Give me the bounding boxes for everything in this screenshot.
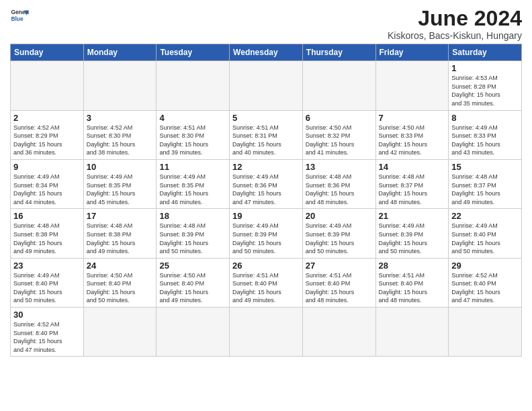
day-info: Sunrise: 4:52 AM Sunset: 8:30 PM Dayligh… bbox=[87, 124, 154, 157]
day-number: 28 bbox=[379, 261, 446, 271]
calendar-cell: 28Sunrise: 4:51 AM Sunset: 8:40 PM Dayli… bbox=[375, 258, 449, 307]
calendar-cell bbox=[83, 61, 157, 110]
day-info: Sunrise: 4:51 AM Sunset: 8:40 PM Dayligh… bbox=[379, 271, 446, 305]
calendar-cell: 29Sunrise: 4:52 AM Sunset: 8:40 PM Dayli… bbox=[449, 258, 522, 307]
calendar-cell: 18Sunrise: 4:48 AM Sunset: 8:39 PM Dayli… bbox=[157, 209, 230, 258]
calendar-cell bbox=[375, 61, 449, 110]
weekday-header-monday: Monday bbox=[83, 44, 157, 61]
calendar-table: SundayMondayTuesdayWednesdayThursdayFrid… bbox=[10, 44, 522, 357]
calendar-cell: 6Sunrise: 4:50 AM Sunset: 8:32 PM Daylig… bbox=[302, 110, 375, 159]
day-number: 22 bbox=[451, 211, 519, 221]
day-info: Sunrise: 4:52 AM Sunset: 8:29 PM Dayligh… bbox=[13, 124, 81, 157]
day-info: Sunrise: 4:50 AM Sunset: 8:33 PM Dayligh… bbox=[379, 124, 446, 157]
day-info: Sunrise: 4:49 AM Sunset: 8:34 PM Dayligh… bbox=[13, 173, 81, 206]
calendar-cell: 12Sunrise: 4:49 AM Sunset: 8:36 PM Dayli… bbox=[230, 159, 303, 208]
calendar-cell: 10Sunrise: 4:49 AM Sunset: 8:35 PM Dayli… bbox=[83, 159, 157, 208]
day-info: Sunrise: 4:49 AM Sunset: 8:39 PM Dayligh… bbox=[232, 222, 300, 255]
calendar-header: General Blue June 2024 Kiskoros, Bacs-Ki… bbox=[10, 7, 522, 41]
day-info: Sunrise: 4:49 AM Sunset: 8:33 PM Dayligh… bbox=[451, 124, 519, 157]
calendar-week-row: 23Sunrise: 4:49 AM Sunset: 8:40 PM Dayli… bbox=[11, 258, 522, 307]
calendar-cell: 13Sunrise: 4:48 AM Sunset: 8:36 PM Dayli… bbox=[302, 159, 375, 208]
title-block: June 2024 Kiskoros, Bacs-Kiskun, Hungary bbox=[388, 7, 522, 41]
day-number: 4 bbox=[159, 113, 226, 123]
calendar-title: June 2024 bbox=[388, 7, 522, 30]
day-number: 16 bbox=[13, 211, 81, 221]
day-number: 2 bbox=[13, 113, 81, 123]
day-info: Sunrise: 4:49 AM Sunset: 8:39 PM Dayligh… bbox=[379, 222, 446, 255]
calendar-subtitle: Kiskoros, Bacs-Kiskun, Hungary bbox=[388, 30, 522, 41]
calendar-cell: 1Sunrise: 4:53 AM Sunset: 8:28 PM Daylig… bbox=[449, 61, 522, 110]
calendar-cell: 26Sunrise: 4:51 AM Sunset: 8:40 PM Dayli… bbox=[230, 258, 303, 307]
day-number: 13 bbox=[306, 162, 373, 172]
weekday-header-saturday: Saturday bbox=[449, 44, 522, 61]
day-info: Sunrise: 4:48 AM Sunset: 8:39 PM Dayligh… bbox=[159, 222, 226, 255]
calendar-week-row: 1Sunrise: 4:53 AM Sunset: 8:28 PM Daylig… bbox=[11, 61, 522, 110]
calendar-cell: 2Sunrise: 4:52 AM Sunset: 8:29 PM Daylig… bbox=[11, 110, 84, 159]
day-info: Sunrise: 4:50 AM Sunset: 8:32 PM Dayligh… bbox=[306, 124, 373, 157]
day-info: Sunrise: 4:52 AM Sunset: 8:40 PM Dayligh… bbox=[451, 271, 519, 305]
day-number: 10 bbox=[87, 162, 154, 172]
day-info: Sunrise: 4:48 AM Sunset: 8:37 PM Dayligh… bbox=[451, 173, 519, 206]
calendar-cell: 16Sunrise: 4:48 AM Sunset: 8:38 PM Dayli… bbox=[11, 209, 84, 258]
calendar-cell: 19Sunrise: 4:49 AM Sunset: 8:39 PM Dayli… bbox=[230, 209, 303, 258]
day-info: Sunrise: 4:52 AM Sunset: 8:40 PM Dayligh… bbox=[13, 320, 81, 354]
weekday-header-friday: Friday bbox=[375, 44, 449, 61]
weekday-header-wednesday: Wednesday bbox=[230, 44, 303, 61]
day-number: 9 bbox=[13, 162, 81, 172]
day-info: Sunrise: 4:53 AM Sunset: 8:28 PM Dayligh… bbox=[451, 74, 519, 107]
day-info: Sunrise: 4:48 AM Sunset: 8:38 PM Dayligh… bbox=[87, 222, 154, 255]
day-number: 26 bbox=[232, 261, 300, 271]
day-number: 11 bbox=[159, 162, 226, 172]
weekday-header-sunday: Sunday bbox=[11, 44, 84, 61]
calendar-cell bbox=[449, 308, 522, 357]
day-number: 8 bbox=[451, 113, 519, 123]
day-number: 25 bbox=[159, 261, 226, 271]
day-number: 14 bbox=[379, 162, 446, 172]
calendar-cell bbox=[83, 308, 157, 357]
day-info: Sunrise: 4:49 AM Sunset: 8:40 PM Dayligh… bbox=[451, 222, 519, 255]
day-info: Sunrise: 4:51 AM Sunset: 8:31 PM Dayligh… bbox=[232, 124, 300, 157]
calendar-cell bbox=[302, 61, 375, 110]
generalblue-logo-icon: General Blue bbox=[10, 7, 29, 26]
day-number: 12 bbox=[232, 162, 300, 172]
calendar-cell: 25Sunrise: 4:50 AM Sunset: 8:40 PM Dayli… bbox=[157, 258, 230, 307]
calendar-cell: 8Sunrise: 4:49 AM Sunset: 8:33 PM Daylig… bbox=[449, 110, 522, 159]
calendar-week-row: 30Sunrise: 4:52 AM Sunset: 8:40 PM Dayli… bbox=[11, 308, 522, 357]
day-number: 6 bbox=[306, 113, 373, 123]
day-info: Sunrise: 4:48 AM Sunset: 8:37 PM Dayligh… bbox=[379, 173, 446, 206]
calendar-cell: 3Sunrise: 4:52 AM Sunset: 8:30 PM Daylig… bbox=[83, 110, 157, 159]
day-info: Sunrise: 4:49 AM Sunset: 8:40 PM Dayligh… bbox=[13, 271, 81, 305]
day-number: 19 bbox=[232, 211, 300, 221]
day-info: Sunrise: 4:51 AM Sunset: 8:40 PM Dayligh… bbox=[306, 271, 373, 305]
day-number: 27 bbox=[306, 261, 373, 271]
day-info: Sunrise: 4:49 AM Sunset: 8:35 PM Dayligh… bbox=[87, 173, 154, 206]
day-number: 3 bbox=[87, 113, 154, 123]
calendar-week-row: 16Sunrise: 4:48 AM Sunset: 8:38 PM Dayli… bbox=[11, 209, 522, 258]
calendar-cell: 22Sunrise: 4:49 AM Sunset: 8:40 PM Dayli… bbox=[449, 209, 522, 258]
day-number: 7 bbox=[379, 113, 446, 123]
calendar-cell: 24Sunrise: 4:50 AM Sunset: 8:40 PM Dayli… bbox=[83, 258, 157, 307]
day-number: 1 bbox=[451, 63, 519, 73]
weekday-header-tuesday: Tuesday bbox=[157, 44, 230, 61]
calendar-cell: 21Sunrise: 4:49 AM Sunset: 8:39 PM Dayli… bbox=[375, 209, 449, 258]
day-info: Sunrise: 4:48 AM Sunset: 8:38 PM Dayligh… bbox=[13, 222, 81, 255]
calendar-cell bbox=[157, 308, 230, 357]
calendar-cell bbox=[230, 61, 303, 110]
calendar-cell: 5Sunrise: 4:51 AM Sunset: 8:31 PM Daylig… bbox=[230, 110, 303, 159]
weekday-header-row: SundayMondayTuesdayWednesdayThursdayFrid… bbox=[11, 44, 522, 61]
day-number: 18 bbox=[159, 211, 226, 221]
weekday-header-thursday: Thursday bbox=[302, 44, 375, 61]
calendar-cell: 14Sunrise: 4:48 AM Sunset: 8:37 PM Dayli… bbox=[375, 159, 449, 208]
calendar-week-row: 2Sunrise: 4:52 AM Sunset: 8:29 PM Daylig… bbox=[11, 110, 522, 159]
day-number: 5 bbox=[232, 113, 300, 123]
calendar-cell: 9Sunrise: 4:49 AM Sunset: 8:34 PM Daylig… bbox=[11, 159, 84, 208]
calendar-cell: 20Sunrise: 4:49 AM Sunset: 8:39 PM Dayli… bbox=[302, 209, 375, 258]
calendar-cell bbox=[302, 308, 375, 357]
calendar-cell bbox=[375, 308, 449, 357]
calendar-cell: 17Sunrise: 4:48 AM Sunset: 8:38 PM Dayli… bbox=[83, 209, 157, 258]
day-number: 24 bbox=[87, 261, 154, 271]
day-info: Sunrise: 4:50 AM Sunset: 8:40 PM Dayligh… bbox=[87, 271, 154, 305]
day-number: 20 bbox=[306, 211, 373, 221]
calendar-cell: 30Sunrise: 4:52 AM Sunset: 8:40 PM Dayli… bbox=[11, 308, 84, 357]
calendar-cell bbox=[157, 61, 230, 110]
